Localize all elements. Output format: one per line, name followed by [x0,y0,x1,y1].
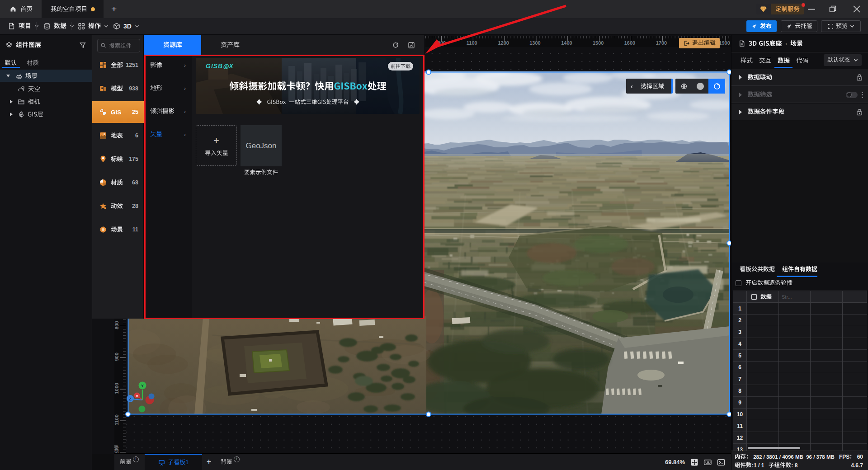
svg-text:1600: 1600 [624,40,635,46]
svg-text:Z: Z [129,397,132,401]
svg-text:X: X [136,394,138,398]
svg-text:1700: 1700 [656,40,667,46]
svg-text:Y: Y [141,384,144,388]
svg-text:1500: 1500 [593,40,604,46]
svg-text:1900: 1900 [719,40,730,46]
